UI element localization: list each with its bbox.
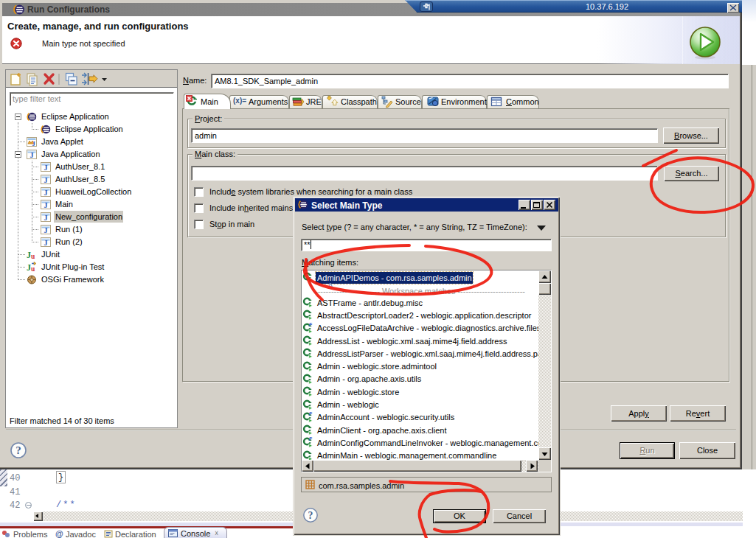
svg-text:?: ? xyxy=(15,444,21,456)
svg-text:?: ? xyxy=(308,510,313,521)
